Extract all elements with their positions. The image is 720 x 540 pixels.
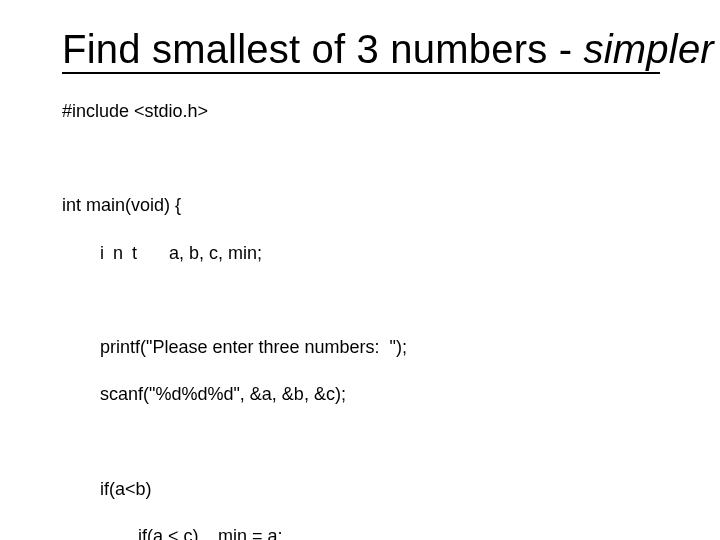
code-line: if(a<b) xyxy=(62,478,720,502)
code-line: int main(void) { xyxy=(62,194,720,218)
code-line: scanf("%d%d%d", &a, &b, &c); xyxy=(62,383,720,407)
title-underline xyxy=(62,72,660,74)
stmt: min = a; xyxy=(218,525,283,540)
code-block: #include <stdio.h> int main(void) { i n … xyxy=(62,76,720,540)
cond: if(a < c) xyxy=(138,525,218,540)
slide: Find smallest of 3 numbers - simpler #in… xyxy=(0,0,720,540)
blank-line xyxy=(62,289,720,312)
code-line: if(a < c)min = a; xyxy=(62,525,720,540)
slide-title: Find smallest of 3 numbers - simpler xyxy=(62,28,720,70)
code-line: i n t a, b, c, min; xyxy=(62,242,720,266)
title-text: Find smallest of 3 numbers - xyxy=(62,27,584,71)
title-emphasis: simpler xyxy=(584,27,714,71)
code-line: printf("Please enter three numbers: "); xyxy=(62,336,720,360)
blank-line xyxy=(62,147,720,170)
keyword-int: i n t xyxy=(100,243,139,263)
code-line: #include <stdio.h> xyxy=(62,100,720,124)
decl-vars: a, b, c, min; xyxy=(139,243,262,263)
blank-line xyxy=(62,431,720,454)
